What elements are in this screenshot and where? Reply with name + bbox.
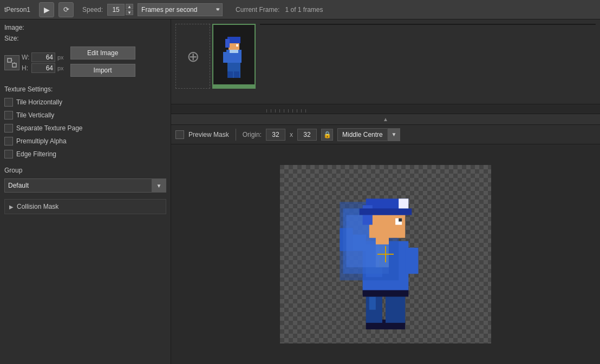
tile-vertically-checkbox[interactable] [4,111,13,120]
ruler-mark-6 [292,109,297,112]
premultiply-checkbox[interactable] [4,137,13,145]
add-frame-icon: ⊕ [187,48,199,65]
speed-control: ▲ ▼ [107,4,133,16]
add-frame-button[interactable]: ⊕ [175,24,210,89]
ruler-mark-5 [288,109,292,112]
edit-image-button[interactable]: Edit Image [70,47,135,59]
play-icon: ▶ [44,5,50,14]
origin-x-input[interactable] [266,129,285,141]
collapse-icon: ▲ [383,116,388,122]
timeline-frames: ⊕ [171,19,600,104]
loop-button[interactable]: ⟳ [58,2,74,17]
fps-select[interactable]: Frames per second Frames per game frame [138,3,223,16]
tile-vertically-label: Tile Vertically [16,111,54,119]
h-label: H: [22,64,29,72]
origin-y-input[interactable] [297,129,317,141]
timeline-ruler-area [260,24,596,25]
preview-mask-label: Preview Mask [188,131,229,138]
resize-svg [7,58,17,68]
frame-1-thumbnail[interactable] [212,24,256,89]
ruler-mark-1 [271,109,275,112]
ruler-mark-3 [279,109,284,112]
loop-icon: ⟳ [63,5,69,14]
play-button[interactable]: ▶ [39,2,54,17]
lock-button[interactable]: 🔒 [321,129,333,141]
canvas-area [171,144,600,364]
speed-down-button[interactable]: ▼ [126,10,133,15]
svg-rect-0 [8,58,11,62]
tile-vertically-row: Tile Vertically [4,110,166,120]
svg-rect-12 [234,71,239,78]
separate-texture-row: Separate Texture Page [4,123,166,133]
current-frame-info: Current Frame: 1 of 1 frames [236,6,323,14]
svg-rect-35 [360,208,412,215]
svg-rect-9 [236,44,238,47]
texture-settings-label: Texture Settings: [4,85,166,93]
edge-filtering-checkbox[interactable] [4,150,13,158]
collapse-bar[interactable]: ▲ [171,114,600,125]
height-input[interactable] [31,63,55,73]
collision-mask-row[interactable]: ▶ Collision Mask [4,199,166,214]
origin-x-label: x [290,131,293,138]
centre-dropdown-button[interactable]: ▼ [387,128,400,141]
right-panel: ⊕ [171,19,600,364]
resize-icon[interactable] [4,55,19,70]
group-chevron-icon: ▼ [156,183,162,189]
svg-rect-36 [399,198,408,208]
width-input[interactable] [31,52,55,62]
frame-1-sprite-svg [217,30,251,82]
width-row: W: px [22,52,64,62]
preview-mask-checkbox[interactable] [175,130,184,139]
ruler-mark-0 [266,109,271,112]
height-row: H: px [22,63,64,73]
edge-filtering-row: Edge Filtering [4,149,166,159]
image-section-label: Image: [4,24,166,31]
centre-select-wrapper: Middle Centre Top Left Top Centre Top Ri… [337,128,400,141]
size-fields: W: px H: px [22,52,64,73]
svg-rect-10 [223,52,227,63]
svg-rect-25 [405,248,418,274]
speed-arrows: ▲ ▼ [126,4,133,15]
edge-filtering-label: Edge Filtering [16,150,56,158]
controls-bar: Preview Mask Origin: x 🔒 Middle Centre T… [171,125,600,144]
ruler-mark-8 [301,109,305,112]
svg-rect-18 [369,297,376,310]
origin-label: Origin: [243,131,262,138]
group-dropdown: ▼ [4,178,166,193]
svg-rect-17 [386,294,405,323]
collision-mask-label: Collision Mask [17,203,58,210]
ruler-mark-2 [275,109,279,112]
lock-icon-glyph: 🔒 [323,131,331,138]
left-panel: Image: Size: W: px H: [0,19,171,364]
ruler-mark-9 [305,109,310,112]
separate-texture-label: Separate Texture Page [16,124,83,132]
ruler-mark-7 [297,109,301,112]
timeline-track [260,24,596,25]
group-input[interactable] [4,178,152,193]
separate-texture-checkbox[interactable] [4,124,13,133]
svg-rect-11 [227,71,233,78]
fps-wrapper: Frames per second Frames per game frame … [138,3,223,16]
ruler-mark-4 [284,109,288,112]
group-label: Group [4,167,166,174]
size-label: Size: [4,35,19,42]
group-dropdown-button[interactable]: ▼ [152,178,166,193]
speed-up-button[interactable]: ▲ [126,4,133,9]
main-sprite-svg [323,176,448,333]
svg-rect-13 [230,50,238,53]
action-buttons: Edit Image Import [70,47,135,79]
tile-horizontally-checkbox[interactable] [4,98,13,107]
timeline-area: ⊕ [171,19,600,114]
premultiply-label: Premultiply Alpha [16,137,67,145]
centre-chevron-icon: ▼ [392,131,397,137]
tile-horizontally-label: Tile Horizontally [16,98,62,106]
top-bar: tPerson1 ▶ ⟳ Speed: ▲ ▼ Frames per secon… [0,0,600,19]
main-layout: Image: Size: W: px H: [0,19,600,364]
svg-rect-1 [12,63,16,67]
sprite-canvas[interactable] [280,165,491,343]
speed-input[interactable] [107,4,125,16]
sprite-title: tPerson1 [4,6,30,14]
import-button[interactable]: Import [70,64,135,77]
svg-rect-8 [225,39,230,48]
separator-1 [236,129,236,141]
